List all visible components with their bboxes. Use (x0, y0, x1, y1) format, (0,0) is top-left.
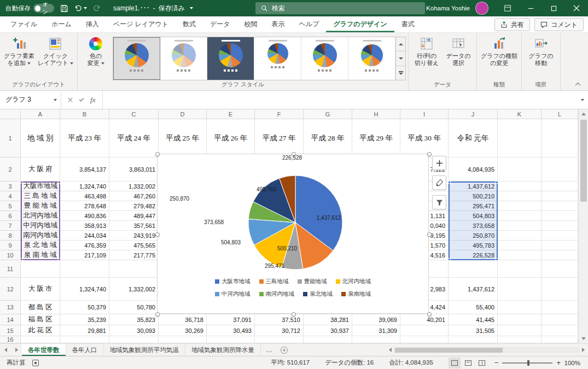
cell-L12[interactable] (542, 278, 578, 301)
cell-C4[interactable]: 467,260 (109, 191, 159, 201)
change-colors-button[interactable]: 色の変更 (80, 34, 112, 67)
column-header-J[interactable]: J (449, 109, 498, 119)
cell-H16[interactable] (352, 336, 400, 343)
cell-D14[interactable]: 36,718 (159, 314, 207, 325)
undo-dropdown-icon[interactable] (84, 7, 87, 9)
cell-J5[interactable]: 295,471 (449, 201, 498, 211)
cell-C8[interactable]: 243,919 (109, 231, 159, 241)
scroll-down-icon[interactable] (579, 334, 588, 343)
cell-A4[interactable]: 三 島 地 域 (21, 191, 60, 201)
cell-A12[interactable]: 大 阪 市 (21, 278, 60, 301)
formula-input[interactable] (103, 91, 575, 109)
cell-A11[interactable] (21, 260, 60, 278)
cell-B13[interactable]: 50,379 (60, 301, 109, 314)
zoom-out-icon[interactable]: − (494, 359, 499, 367)
cell-A2[interactable]: 大 阪 府 (21, 157, 60, 181)
chart-style-thumbnail-5[interactable] (301, 37, 348, 80)
undo-button[interactable] (74, 2, 87, 15)
ribbon-tab-11[interactable]: 書式 (394, 16, 422, 32)
row-header-3[interactable]: 3 (0, 181, 21, 191)
cell-E14[interactable]: 37,091 (207, 314, 255, 325)
add-chart-element-button[interactable]: グラフ要素を追加 (2, 34, 36, 67)
insert-function-icon[interactable]: fx (90, 96, 96, 104)
cell-J14[interactable]: 41,445 (449, 314, 498, 325)
cell-C5[interactable]: 279,482 (109, 201, 159, 211)
new-sheet-button[interactable] (277, 344, 290, 356)
cell-C11[interactable] (109, 260, 159, 278)
cell-A15[interactable]: 此 花 区 (21, 325, 60, 336)
cell-L7[interactable] (542, 221, 578, 231)
column-header-G[interactable]: G (304, 109, 352, 119)
quick-layout-button[interactable]: クイックレイアウト (36, 34, 75, 67)
cell-B7[interactable]: 358,913 (60, 221, 109, 231)
chart-style-thumbnail-4[interactable] (254, 37, 301, 80)
chart-style-thumbnail-1[interactable] (113, 37, 160, 80)
cell-C14[interactable]: 35,823 (109, 314, 159, 325)
hscroll-thumb[interactable] (395, 348, 503, 353)
ribbon-tab-5[interactable]: 数式 (176, 16, 203, 32)
cell-L9[interactable] (542, 241, 578, 250)
share-button[interactable]: 共有 (494, 18, 530, 31)
row-header-15[interactable]: 15 (0, 325, 21, 336)
select-all-button[interactable] (0, 109, 21, 119)
zoom-slider[interactable]: − + (494, 359, 564, 367)
hscroll-right-icon[interactable] (582, 348, 585, 352)
cell-L15[interactable] (542, 325, 578, 336)
cell-K7[interactable] (498, 221, 542, 231)
cell-K9[interactable] (498, 241, 542, 250)
cell-B5[interactable]: 278,648 (60, 201, 109, 211)
cell-F15[interactable]: 30,712 (255, 325, 304, 336)
cell-J15[interactable]: 31,505 (449, 325, 498, 336)
cell-J16[interactable] (449, 336, 498, 343)
normal-view-button[interactable] (449, 358, 461, 368)
cancel-icon[interactable] (68, 96, 73, 104)
row-header-5[interactable]: 5 (0, 201, 21, 211)
cell-K3[interactable] (498, 181, 542, 191)
cell-K1[interactable] (498, 119, 542, 157)
cell-A9[interactable]: 泉 北 地 域 (21, 241, 60, 250)
cell-C10[interactable]: 217,775 (109, 250, 159, 260)
row-header-10[interactable]: 10 (0, 250, 21, 260)
autosave-switch[interactable]: オン (33, 4, 54, 13)
cell-J11[interactable] (449, 260, 498, 278)
cell-J10[interactable]: 226,528 (449, 250, 498, 260)
collapse-ribbon-icon[interactable] (573, 80, 583, 88)
cell-L2[interactable] (542, 157, 578, 181)
save-button[interactable] (57, 2, 71, 15)
cell-L8[interactable] (542, 231, 578, 241)
cell-K15[interactable] (498, 325, 542, 336)
cell-C9[interactable]: 475,565 (109, 241, 159, 250)
cell-F1[interactable]: 平成 27 年 (255, 119, 304, 157)
ribbon-display-options-icon[interactable] (496, 0, 519, 16)
cell-H15[interactable]: 31,309 (352, 325, 400, 336)
cell-K4[interactable] (498, 191, 542, 201)
gallery-more-icon[interactable] (396, 66, 405, 80)
ribbon-tab-3[interactable]: 挿入 (79, 16, 106, 32)
vscroll-thumb[interactable] (580, 120, 587, 202)
cell-L11[interactable] (542, 260, 578, 278)
cell-K16[interactable] (498, 336, 542, 343)
zoom-level[interactable]: 100% (564, 360, 588, 366)
move-chart-button[interactable]: グラフの移動 (524, 34, 558, 67)
pie-chart-container[interactable]: 大阪市地域三島地域豊能地域北河内地域中河内地域南河内地域泉北地域泉南地域 1,4… (157, 154, 429, 314)
cell-I15[interactable] (400, 325, 449, 336)
cell-F16[interactable] (255, 336, 304, 343)
ribbon-tab-6[interactable]: データ (203, 16, 237, 32)
cell-E15[interactable]: 30,493 (207, 325, 255, 336)
cell-L1[interactable] (542, 119, 578, 157)
chart-filters-button[interactable] (432, 195, 446, 209)
status-stat-2[interactable]: データの個数: 16 (325, 359, 374, 367)
cell-K6[interactable] (498, 211, 542, 221)
row-header-4[interactable]: 4 (0, 191, 21, 201)
cell-B4[interactable]: 463,498 (60, 191, 109, 201)
zoom-in-icon[interactable]: + (556, 359, 561, 367)
cell-A14[interactable]: 福 島 区 (21, 314, 60, 325)
switch-row-column-button[interactable]: 行/列の切り替え (411, 34, 443, 67)
sheet-tab-4[interactable]: 地域気象観測所降水量 (185, 344, 261, 356)
cell-K5[interactable] (498, 201, 542, 211)
calculation-mode[interactable]: 再計算 (0, 359, 32, 367)
cell-E1[interactable]: 平成 26 年 (207, 119, 255, 157)
cell-L14[interactable] (542, 314, 578, 325)
cell-K2[interactable] (498, 157, 542, 181)
cell-L6[interactable] (542, 211, 578, 221)
